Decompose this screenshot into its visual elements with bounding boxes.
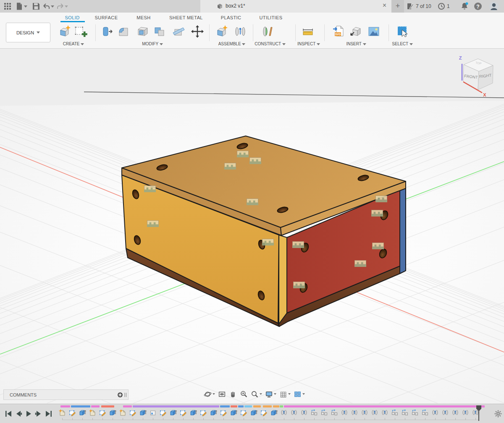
display-settings-caret-icon[interactable] xyxy=(274,393,276,395)
timeline-group-bar[interactable] xyxy=(101,405,114,407)
timeline-feature-joint[interactable] xyxy=(361,409,368,416)
joint-glyph-icon[interactable] xyxy=(292,242,304,248)
construct-plane-button[interactable] xyxy=(260,24,276,39)
orbit-caret-icon[interactable] xyxy=(213,393,215,395)
timeline-group-bar[interactable] xyxy=(263,405,272,407)
group-label-create[interactable]: CREATE xyxy=(53,42,94,47)
new-component-button[interactable] xyxy=(214,24,229,39)
fillet-button[interactable] xyxy=(116,24,131,39)
joint-glyph-icon[interactable] xyxy=(262,239,274,245)
joint-glyph-icon[interactable] xyxy=(224,163,236,170)
timeline-feature-joint[interactable] xyxy=(381,409,388,416)
undo-caret-icon[interactable] xyxy=(51,5,54,8)
timeline-feature-copy[interactable] xyxy=(391,409,399,416)
timeline-feature-copy[interactable] xyxy=(331,409,338,416)
group-label-assemble[interactable]: ASSEMBLE xyxy=(212,42,252,47)
user-avatar[interactable] xyxy=(489,1,499,11)
file-menu-icon[interactable] xyxy=(15,2,24,10)
timeline-feature-box[interactable] xyxy=(149,409,157,416)
timeline-feature-extrude[interactable] xyxy=(210,409,217,416)
job-status[interactable]: 7 of 10 xyxy=(407,0,431,13)
model-back-panel-edge[interactable] xyxy=(400,188,406,274)
timeline-feature-extrude[interactable] xyxy=(109,409,116,416)
timeline-feature-joint[interactable] xyxy=(300,409,308,416)
timeline-playhead[interactable] xyxy=(475,405,482,422)
timeline-feature-sketch[interactable] xyxy=(179,409,187,416)
timeline-feature-sketch[interactable] xyxy=(260,409,268,416)
timeline-feature-extrude[interactable] xyxy=(230,409,237,416)
joint-glyph-icon[interactable] xyxy=(371,210,383,217)
grid-display-caret-icon[interactable] xyxy=(288,393,291,395)
timeline-step-back-button[interactable] xyxy=(14,410,23,418)
look-at-button[interactable] xyxy=(217,389,227,399)
joint-button[interactable] xyxy=(233,24,248,39)
timeline-feature-joint[interactable] xyxy=(280,409,288,416)
timeline-step-forward-button[interactable] xyxy=(34,410,43,418)
measure-button[interactable] xyxy=(300,24,315,39)
group-label-select[interactable]: SELECT xyxy=(382,42,423,47)
timeline-feature-sketch[interactable] xyxy=(200,409,207,416)
timeline-feature-sketch[interactable] xyxy=(240,409,247,416)
add-comment-icon[interactable] xyxy=(117,392,123,398)
tab-mesh[interactable]: MESH xyxy=(121,14,167,21)
timeline-feature-sketch[interactable] xyxy=(129,409,136,416)
timeline-feature-copy[interactable] xyxy=(411,409,419,416)
history-indicator[interactable]: 1 xyxy=(438,0,450,13)
timeline-feature-joint[interactable] xyxy=(341,409,348,416)
view-cube-x-label[interactable]: X xyxy=(483,92,486,97)
zoom-window-caret-icon[interactable] xyxy=(260,393,262,395)
timeline-feature-new-component[interactable] xyxy=(58,409,66,416)
timeline-group-bar[interactable] xyxy=(133,405,219,407)
timeline-feature-extrude[interactable] xyxy=(270,409,278,416)
document-tab[interactable]: box2 v1* × xyxy=(200,0,391,13)
joint-glyph-icon[interactable] xyxy=(375,196,387,202)
timeline-play-button[interactable] xyxy=(24,410,33,418)
timeline-group-bar[interactable] xyxy=(231,405,237,407)
timeline-feature-joint[interactable] xyxy=(441,409,449,416)
combine-button[interactable] xyxy=(152,24,167,39)
move-copy-button[interactable] xyxy=(190,24,205,39)
insert-mesh-button[interactable] xyxy=(349,24,364,39)
pan-button[interactable] xyxy=(228,389,238,399)
timeline-group-bar[interactable] xyxy=(71,405,90,407)
timeline-feature-sketch[interactable] xyxy=(159,409,167,416)
joint-glyph-icon[interactable] xyxy=(237,151,249,157)
timeline-group-bar[interactable] xyxy=(123,405,132,407)
timeline-feature-joint[interactable] xyxy=(371,409,378,416)
tab-close-icon[interactable]: × xyxy=(383,2,386,9)
timeline-feature-copy[interactable] xyxy=(310,409,318,416)
tab-plastic[interactable]: PLASTIC xyxy=(208,14,254,21)
create-sketch-button[interactable] xyxy=(73,24,88,39)
timeline-rail[interactable] xyxy=(62,420,479,420)
timeline-feature-extrude[interactable] xyxy=(169,409,177,416)
workspace-selector[interactable]: DESIGN xyxy=(6,23,50,42)
file-menu-caret-icon[interactable] xyxy=(24,5,27,8)
timeline-feature-joint[interactable] xyxy=(452,409,459,416)
timeline-group-bar[interactable] xyxy=(220,405,230,407)
timeline-feature-copy[interactable] xyxy=(401,409,409,416)
timeline-feature-extrude[interactable] xyxy=(79,409,86,416)
display-settings-button[interactable] xyxy=(264,389,277,399)
timeline-group-bar[interactable] xyxy=(238,405,244,407)
group-label-construct[interactable]: CONSTRUCT xyxy=(250,42,290,47)
redo-icon[interactable] xyxy=(56,2,65,10)
new-body-button[interactable] xyxy=(57,24,72,39)
press-pull-button[interactable] xyxy=(100,24,115,39)
timeline-group-bar[interactable] xyxy=(91,405,100,407)
grid-display-button[interactable] xyxy=(278,389,291,399)
shell-button[interactable] xyxy=(135,24,150,39)
joint-glyph-icon[interactable] xyxy=(144,186,156,192)
timeline-group-bar[interactable] xyxy=(60,405,70,407)
notifications-bell-icon[interactable] xyxy=(460,2,469,10)
joint-glyph-icon[interactable] xyxy=(293,282,305,288)
timeline-feature-sketch[interactable] xyxy=(220,409,227,416)
orbit-button[interactable] xyxy=(203,389,216,399)
zoom-window-button[interactable] xyxy=(250,389,263,399)
app-grid-menu-icon[interactable] xyxy=(3,2,12,10)
group-label-modify[interactable]: MODIFY xyxy=(132,42,173,47)
group-label-inspect[interactable]: INSPECT xyxy=(289,42,329,47)
timeline-group-bar[interactable] xyxy=(284,405,485,407)
timeline-feature-extrude[interactable] xyxy=(139,409,147,416)
undo-icon[interactable] xyxy=(42,2,50,10)
timeline-feature-joint[interactable] xyxy=(290,409,298,416)
